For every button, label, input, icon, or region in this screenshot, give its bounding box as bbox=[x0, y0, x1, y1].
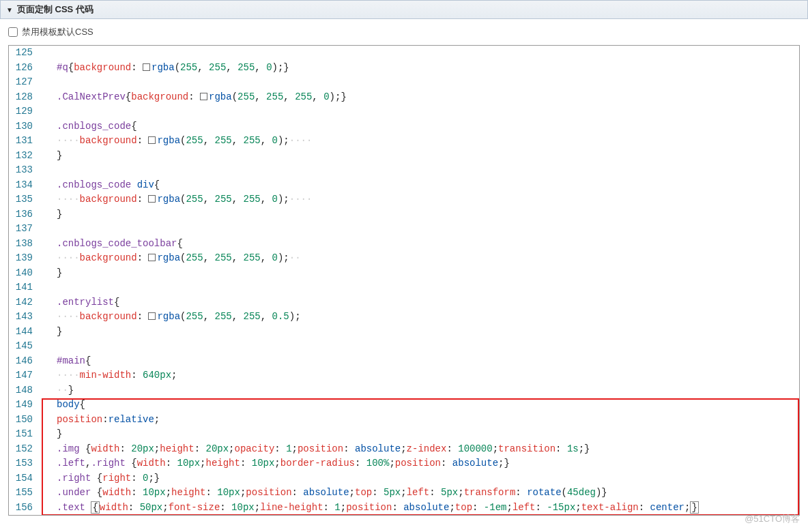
line-number: 156 bbox=[9, 501, 40, 516]
code-token: top bbox=[455, 502, 472, 513]
code-line[interactable]: 139····background: rgba(255, 255, 255, 0… bbox=[9, 251, 799, 266]
code-token: 255 bbox=[186, 135, 203, 146]
css-code-editor[interactable]: 125126#q{background: rgba(255, 255, 255,… bbox=[8, 45, 800, 516]
code-line[interactable]: 147····min-width: 640px; bbox=[9, 368, 799, 383]
color-swatch-icon bbox=[148, 312, 156, 320]
code-text[interactable]: } bbox=[40, 266, 799, 281]
code-line[interactable]: 154.right {right: 0;} bbox=[9, 471, 799, 486]
code-text[interactable]: body{ bbox=[40, 398, 799, 413]
code-line[interactable]: 131····background: rgba(255, 255, 255, 0… bbox=[9, 134, 799, 149]
code-text[interactable]: .left,.right {width: 10px;height: 10px;b… bbox=[40, 456, 799, 471]
code-token: : bbox=[131, 370, 143, 381]
code-token: left bbox=[513, 502, 536, 513]
code-text[interactable]: } bbox=[40, 325, 799, 340]
code-text[interactable]: position:relative; bbox=[40, 413, 799, 428]
code-token: , bbox=[261, 135, 272, 146]
code-text[interactable]: .cnblogs_code_toolbar{ bbox=[40, 237, 799, 252]
code-token: 640px bbox=[143, 370, 171, 381]
code-token: rgba bbox=[157, 194, 180, 205]
code-text[interactable]: .under {width: 10px;height: 10px;positio… bbox=[40, 486, 799, 501]
code-token: 10px bbox=[231, 502, 255, 513]
code-token: left bbox=[407, 487, 430, 498]
code-line[interactable]: 148··} bbox=[9, 383, 799, 398]
code-line[interactable]: 143····background: rgba(255, 255, 255, 0… bbox=[9, 310, 799, 325]
code-token: { bbox=[177, 238, 182, 249]
code-line[interactable]: 137 bbox=[9, 222, 799, 237]
code-text[interactable]: ····min-width: 640px; bbox=[40, 368, 799, 383]
code-token: body bbox=[57, 399, 80, 410]
code-text[interactable]: .right {right: 0;} bbox=[40, 471, 799, 486]
code-text[interactable]: #q{background: rgba(255, 255, 255, 0);} bbox=[40, 61, 799, 76]
code-token: #q bbox=[57, 62, 68, 73]
code-token: 1 bbox=[286, 443, 291, 454]
code-text[interactable]: .cnblogs_code{ bbox=[40, 119, 799, 134]
code-token: : bbox=[472, 502, 484, 513]
code-text[interactable]: .CalNextPrev{background: rgba(255, 255, … bbox=[40, 90, 799, 105]
code-token: { bbox=[80, 443, 91, 454]
code-text[interactable]: ····background: rgba(255, 255, 255, 0);·… bbox=[40, 134, 799, 149]
code-line[interactable]: 144} bbox=[9, 325, 799, 340]
code-line[interactable]: 128.CalNextPrev{background: rgba(255, 25… bbox=[9, 90, 799, 105]
code-text[interactable]: } bbox=[40, 427, 799, 442]
code-token: : bbox=[194, 443, 206, 454]
code-line[interactable]: 156.text {width: 50px;font-size: 10px;li… bbox=[9, 501, 799, 516]
code-line[interactable]: 142.entrylist{ bbox=[9, 295, 799, 310]
code-text[interactable]: ····background: rgba(255, 255, 255, 0);·… bbox=[40, 192, 799, 207]
code-text[interactable]: } bbox=[40, 149, 799, 164]
line-number: 150 bbox=[9, 413, 40, 428]
code-line[interactable]: 126#q{background: rgba(255, 255, 255, 0)… bbox=[9, 61, 799, 76]
code-line[interactable]: 125 bbox=[9, 46, 799, 61]
code-line[interactable]: 138.cnblogs_code_toolbar{ bbox=[9, 237, 799, 252]
code-line[interactable]: 134.cnblogs_code div{ bbox=[9, 178, 799, 193]
code-token: 255 bbox=[244, 252, 261, 263]
code-line[interactable]: 146#main{ bbox=[9, 354, 799, 369]
code-text[interactable]: .entrylist{ bbox=[40, 295, 799, 310]
code-token: 255 bbox=[214, 311, 231, 322]
code-text[interactable]: } bbox=[40, 207, 799, 222]
code-token: 0 bbox=[323, 91, 329, 102]
code-token: position bbox=[246, 487, 291, 498]
code-line[interactable]: 155.under {width: 10px;height: 10px;posi… bbox=[9, 486, 799, 501]
code-token: ;} bbox=[579, 443, 590, 454]
panel-title: 页面定制 CSS 代码 bbox=[17, 3, 93, 16]
code-token: ; bbox=[200, 458, 205, 469]
code-text[interactable]: ····background: rgba(255, 255, 255, 0.5)… bbox=[40, 310, 799, 325]
code-line[interactable]: 152.img {width: 20px;height: 20px;opacit… bbox=[9, 442, 799, 457]
code-token: center bbox=[650, 502, 684, 513]
code-line[interactable]: 127 bbox=[9, 75, 799, 90]
code-token: absolute bbox=[355, 443, 401, 454]
code-line[interactable]: 129 bbox=[9, 104, 799, 119]
code-token: ; bbox=[229, 443, 234, 454]
color-swatch-icon bbox=[200, 93, 207, 100]
panel-header[interactable]: ▼ 页面定制 CSS 代码 bbox=[0, 0, 808, 19]
code-line[interactable]: 140} bbox=[9, 266, 799, 281]
code-token: : bbox=[441, 458, 452, 469]
code-line[interactable]: 145 bbox=[9, 339, 799, 354]
code-text[interactable]: #main{ bbox=[40, 354, 799, 369]
code-line[interactable]: 149body{ bbox=[9, 398, 799, 413]
code-line[interactable]: 151} bbox=[9, 427, 799, 442]
code-line[interactable]: 141 bbox=[9, 280, 799, 295]
code-line[interactable]: 150position:relative; bbox=[9, 413, 799, 428]
disable-default-css-checkbox[interactable] bbox=[8, 27, 18, 37]
line-number: 153 bbox=[9, 456, 40, 471]
code-line[interactable]: 135····background: rgba(255, 255, 255, 0… bbox=[9, 192, 799, 207]
code-token: : bbox=[515, 487, 527, 498]
line-number: 151 bbox=[9, 427, 40, 442]
code-line[interactable]: 153.left,.right {width: 10px;height: 10p… bbox=[9, 456, 799, 471]
code-line[interactable]: 132} bbox=[9, 149, 799, 164]
line-number: 131 bbox=[9, 134, 40, 149]
code-line[interactable]: 130.cnblogs_code{ bbox=[9, 119, 799, 134]
code-text[interactable]: ····background: rgba(255, 255, 255, 0);·… bbox=[40, 251, 799, 266]
code-text[interactable]: .cnblogs_code div{ bbox=[40, 178, 799, 193]
whitespace-indicator: ···· bbox=[57, 252, 80, 263]
code-token: { bbox=[126, 458, 137, 469]
code-text[interactable]: .img {width: 20px;height: 20px;opacity: … bbox=[40, 442, 799, 457]
code-text[interactable]: ··} bbox=[40, 383, 799, 398]
code-text[interactable]: .text {width: 50px;font-size: 10px;line-… bbox=[40, 501, 799, 516]
code-line[interactable]: 136} bbox=[9, 207, 799, 222]
code-token: , bbox=[203, 135, 215, 146]
code-line[interactable]: 133 bbox=[9, 163, 799, 178]
code-token: 0 bbox=[266, 62, 272, 73]
code-token: 255 bbox=[237, 91, 255, 102]
